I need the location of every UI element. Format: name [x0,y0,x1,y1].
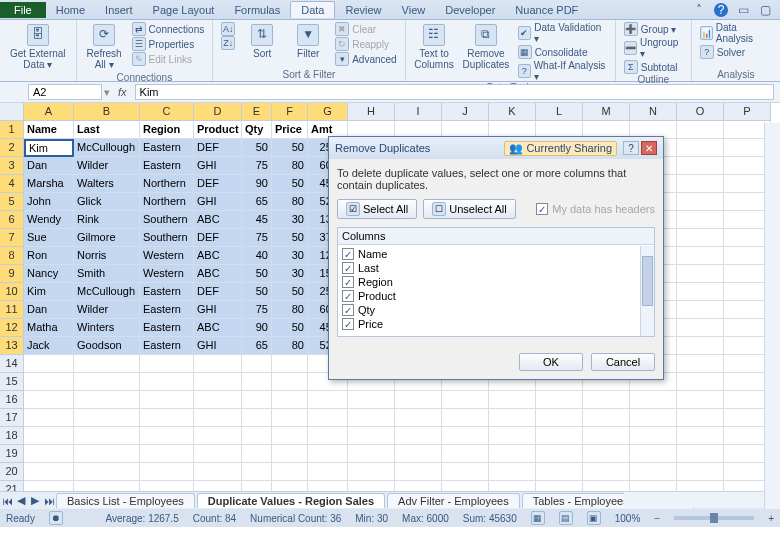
cell[interactable] [24,391,74,409]
col-header-C[interactable]: C [140,103,194,121]
cell[interactable]: Sue [24,229,74,247]
tab-review[interactable]: Review [335,2,391,18]
cell[interactable] [583,391,630,409]
cell[interactable]: Northern [140,193,194,211]
cell[interactable]: McCullough [74,283,140,301]
tab-data[interactable]: Data [290,1,335,18]
cell[interactable] [272,481,308,491]
cell[interactable]: Eastern [140,139,194,157]
cell[interactable] [536,391,583,409]
tab-file[interactable]: File [0,2,46,18]
cell[interactable] [583,445,630,463]
cell[interactable] [140,481,194,491]
row-header[interactable]: 17 [0,409,24,427]
cell[interactable]: GHI [194,301,242,319]
cell[interactable]: 80 [272,157,308,175]
sheet-nav-prev[interactable]: ◀ [14,494,28,507]
col-header-D[interactable]: D [194,103,242,121]
cell[interactable]: ABC [194,211,242,229]
cell[interactable] [194,373,242,391]
zoom-level[interactable]: 100% [615,513,641,524]
cell[interactable]: Dan [24,301,74,319]
cell[interactable]: Eastern [140,319,194,337]
row-header[interactable]: 3 [0,157,24,175]
cell[interactable] [242,427,272,445]
cell[interactable] [242,463,272,481]
col-header-P[interactable]: P [724,103,771,121]
cell[interactable]: 45 [242,211,272,229]
row-header[interactable]: 5 [0,193,24,211]
cell[interactable] [536,481,583,491]
cell[interactable] [677,139,724,157]
cell[interactable]: 30 [272,247,308,265]
cell[interactable]: 80 [272,301,308,319]
sheet-nav-next[interactable]: ▶ [28,494,42,507]
col-header-I[interactable]: I [395,103,442,121]
cell[interactable]: Goodson [74,337,140,355]
cell[interactable] [395,445,442,463]
cell[interactable] [536,409,583,427]
sheet-nav-first[interactable]: ⏮ [0,495,14,507]
row-header[interactable]: 13 [0,337,24,355]
sheet-tab-1[interactable]: Basics List - Employees [56,493,195,508]
cell[interactable]: DEF [194,283,242,301]
cell[interactable]: Smith [74,265,140,283]
cell[interactable] [308,409,348,427]
cell[interactable]: 50 [272,319,308,337]
cell[interactable] [395,391,442,409]
cell[interactable] [677,481,724,491]
tab-home[interactable]: Home [46,2,95,18]
cell[interactable] [442,481,489,491]
cell[interactable]: Southern [140,211,194,229]
cell[interactable] [677,229,724,247]
cell[interactable] [677,121,724,139]
col-header-N[interactable]: N [630,103,677,121]
cell[interactable] [536,427,583,445]
cell[interactable] [348,463,395,481]
cell[interactable] [677,265,724,283]
cell[interactable]: DEF [194,139,242,157]
row-header[interactable]: 14 [0,355,24,373]
cell[interactable]: Last [74,121,140,139]
cell[interactable]: Name [24,121,74,139]
cell[interactable] [677,211,724,229]
row-header[interactable]: 15 [0,373,24,391]
cell[interactable] [630,391,677,409]
cell[interactable] [348,391,395,409]
cell[interactable]: DEF [194,175,242,193]
cell[interactable] [24,409,74,427]
cell[interactable] [140,427,194,445]
dialog-close-button[interactable]: ✕ [641,141,657,155]
cell[interactable]: ABC [194,319,242,337]
sort-az-button[interactable]: A↓ [219,22,237,36]
cancel-button[interactable]: Cancel [591,353,655,371]
cell[interactable] [677,157,724,175]
reapply-button[interactable]: ↻Reapply [333,37,398,51]
cell[interactable]: 65 [242,337,272,355]
cell[interactable] [140,445,194,463]
cell[interactable] [272,409,308,427]
cell[interactable] [272,445,308,463]
tab-nuance[interactable]: Nuance PDF [505,2,588,18]
fx-icon[interactable]: fx [118,86,127,98]
col-header-B[interactable]: B [74,103,140,121]
cell[interactable] [677,463,724,481]
solver-button[interactable]: ?Solver [698,45,774,59]
cell[interactable] [348,409,395,427]
cell[interactable]: Norris [74,247,140,265]
cell[interactable] [242,445,272,463]
cell[interactable] [677,319,724,337]
cell[interactable] [630,445,677,463]
cell[interactable] [677,355,724,373]
cell[interactable]: Wilder [74,157,140,175]
namebox-dropdown-icon[interactable]: ▾ [104,86,110,99]
cell[interactable]: Western [140,265,194,283]
select-all-corner[interactable] [0,103,24,121]
cell[interactable]: Western [140,247,194,265]
cell[interactable]: 75 [242,157,272,175]
cell[interactable]: Eastern [140,157,194,175]
row-header[interactable]: 16 [0,391,24,409]
row-header[interactable]: 10 [0,283,24,301]
view-break-icon[interactable]: ▣ [587,511,601,525]
cell[interactable] [140,409,194,427]
